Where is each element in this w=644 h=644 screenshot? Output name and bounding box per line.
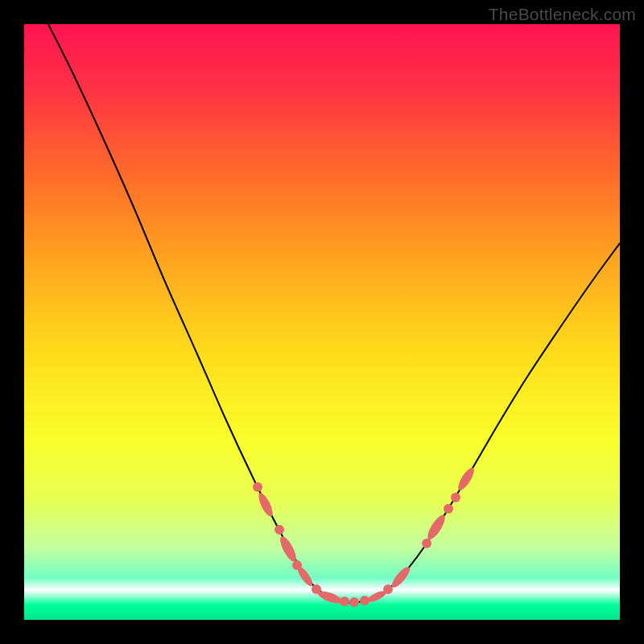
curve-marker [256, 491, 275, 518]
curve-marker [425, 513, 448, 542]
curve-marker [349, 597, 359, 607]
plot-frame [24, 24, 620, 620]
curve-marker [451, 493, 460, 502]
curve-marker [275, 525, 284, 535]
curve-marker [253, 482, 262, 492]
curve-marker [456, 466, 477, 493]
curve-marker [383, 584, 393, 594]
curve-marker [277, 535, 299, 564]
curve-marker [340, 597, 349, 606]
watermark-text: TheBottleneck.com [489, 5, 636, 24]
curve-marker [422, 539, 431, 548]
bottleneck-curve [24, 24, 620, 620]
curve-marker [390, 564, 413, 590]
curve-marker [295, 564, 316, 588]
curve-marker [444, 504, 453, 514]
